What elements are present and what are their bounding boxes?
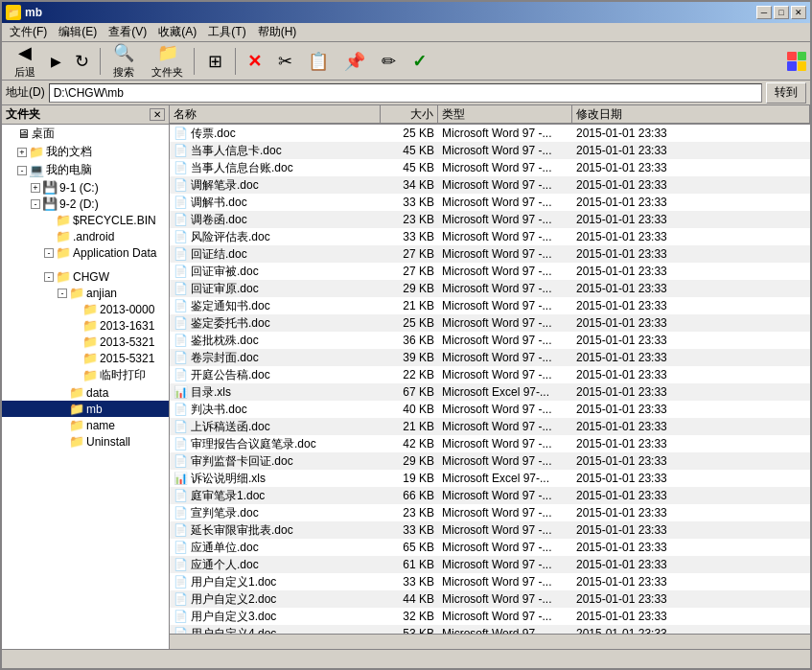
table-row[interactable]: 📄 用户自定义1.doc 33 KB Microsoft Word 97 -..… [170,573,810,590]
back-button[interactable]: ◀ 后退 [6,45,44,78]
file-name-label: 延长审限审批表.doc [191,522,293,539]
table-row[interactable]: 📄 调解书.doc 33 KB Microsoft Word 97 -... 2… [170,194,810,211]
tree-item-data[interactable]: 📁 data [2,384,169,401]
tree-item-2013-1631[interactable]: 📁 2013-1631 [2,317,169,334]
tree-item-mb[interactable]: 📁 mb [2,401,169,417]
bottom-scrollbar[interactable] [170,634,810,649]
tree-item-2013-5321[interactable]: 📁 2013-5321 [2,334,169,350]
menu-view[interactable]: 查看(V) [103,22,152,42]
views-button[interactable]: ⊞ [198,45,231,78]
d-icon: 💾 [42,196,58,211]
file-name-label: 审理报告合议庭笔录.doc [191,436,316,452]
tree-item-recycle[interactable]: 📁 $RECYCLE.BIN [2,212,169,228]
table-row[interactable]: 📄 回证审原.doc 29 KB Microsoft Word 97 -... … [170,280,810,297]
delete-button[interactable]: ✕ [240,45,268,78]
search-button[interactable]: 🔍 搜索 [104,45,143,78]
file-list-body[interactable]: 📄 传票.doc 25 KB Microsoft Word 97 -... 20… [170,125,810,634]
tree-item-lsdp[interactable]: 📁 临时打印 [2,366,169,384]
edit-button[interactable]: ✏ [374,45,403,78]
tree-item-mycomputer[interactable]: - 💻 我的电脑 [2,161,169,179]
table-row[interactable]: 📄 卷宗封面.doc 39 KB Microsoft Word 97 -... … [170,349,810,366]
tree-item-2015-5321[interactable]: 📁 2015-5321 [2,350,169,366]
col-header-size[interactable]: 大小 [381,105,438,123]
table-row[interactable]: 📄 鉴定通知书.doc 21 KB Microsoft Word 97 -...… [170,297,810,314]
menu-edit[interactable]: 编辑(E) [53,22,103,42]
tree-item-c[interactable]: + 💾 9-1 (C:) [2,179,169,196]
paste-button[interactable]: 📌 [337,45,372,78]
table-row[interactable]: 📊 目录.xls 67 KB Microsoft Excel 97-... 20… [170,383,810,401]
col-header-name[interactable]: 名称 [170,105,381,123]
minimize-button[interactable]: ─ [756,6,772,19]
tree-item-appdata[interactable]: - 📁 Application Data [2,244,169,261]
menu-favorites[interactable]: 收藏(A) [152,22,202,42]
file-type-icon: 📄 [174,420,188,433]
expand-mydocs[interactable]: + [17,148,27,157]
recycle-label: $RECYCLE.BIN [73,214,156,227]
table-row[interactable]: 📄 上诉稿送函.doc 21 KB Microsoft Word 97 -...… [170,418,810,435]
title-bar: 📁 mb ─ □ ✕ [2,2,810,23]
tree-item-name[interactable]: 📁 name [2,417,169,433]
tree-item-uninstall[interactable]: 📁 Uninstall [2,433,169,450]
table-row[interactable]: 📄 判决书.doc 40 KB Microsoft Word 97 -... 2… [170,401,810,418]
table-row[interactable]: 📄 审判监督卡回证.doc 29 KB Microsoft Word 97 -.… [170,452,810,470]
address-input[interactable] [49,83,762,103]
tree-item-android[interactable]: 📁 .android [2,228,169,244]
file-size-cell: 21 KB [381,420,438,433]
forward-button[interactable]: ▶ [46,45,65,78]
table-row[interactable]: 📄 用户自定义2.doc 44 KB Microsoft Word 97 -..… [170,590,810,608]
tree-item-mydocs[interactable]: + 📁 我的文档 [2,143,169,161]
table-row[interactable]: 📊 诉讼说明细.xls 19 KB Microsoft Excel 97-...… [170,470,810,487]
table-row[interactable]: 📄 审理报告合议庭笔录.doc 42 KB Microsoft Word 97 … [170,435,810,452]
status-bar [2,649,810,668]
go-button[interactable]: 转到 [766,82,806,104]
col-header-type[interactable]: 类型 [438,105,572,123]
table-row[interactable]: 📄 应通个人.doc 61 KB Microsoft Word 97 -... … [170,556,810,573]
tree-item-d[interactable]: - 💾 9-2 (D:) [2,196,169,212]
sidebar-close-button[interactable]: ✕ [150,108,165,121]
lsdp-icon: 📁 [82,368,98,382]
expand-chgw[interactable]: - [44,272,54,282]
folder-button[interactable]: 📁 文件夹 [145,45,190,78]
table-row[interactable]: 📄 鉴批枕殊.doc 36 KB Microsoft Word 97 -... … [170,332,810,349]
file-name-cell: 📄 回证结.doc [170,246,381,263]
table-row[interactable]: 📄 宣判笔录.doc 23 KB Microsoft Word 97 -... … [170,504,810,521]
table-row[interactable]: 📄 鉴定委托书.doc 25 KB Microsoft Word 97 -...… [170,314,810,332]
close-button[interactable]: ✕ [791,6,806,19]
tree-item-chgw[interactable]: - 📁 CHGW [2,268,169,285]
cut-button[interactable]: ✂ [270,45,299,78]
table-row[interactable]: 📄 调卷函.doc 23 KB Microsoft Word 97 -... 2… [170,211,810,228]
file-name-cell: 📄 庭审笔录1.doc [170,488,381,504]
expand-appdata[interactable]: - [44,248,54,258]
table-row[interactable]: 📄 应通单位.doc 65 KB Microsoft Word 97 -... … [170,539,810,556]
file-size-cell: 33 KB [381,523,438,537]
expand-c[interactable]: + [31,183,40,193]
table-row[interactable]: 📄 当事人信息卡.doc 45 KB Microsoft Word 97 -..… [170,142,810,159]
table-row[interactable]: 📄 回证审被.doc 27 KB Microsoft Word 97 -... … [170,263,810,280]
table-row[interactable]: 📄 传票.doc 25 KB Microsoft Word 97 -... 20… [170,125,810,142]
back-icon: ◀ [18,42,32,63]
col-header-date[interactable]: 修改日期 [572,105,810,123]
expand-d[interactable]: - [31,199,40,209]
tree-item-anjian[interactable]: - 📁 anjian [2,285,169,301]
table-row[interactable]: 📄 延长审限审批表.doc 33 KB Microsoft Word 97 -.… [170,521,810,539]
menu-file[interactable]: 文件(F) [4,22,53,42]
table-row[interactable]: 📄 开庭公告稿.doc 22 KB Microsoft Word 97 -...… [170,366,810,383]
maximize-button[interactable]: □ [774,6,789,19]
table-row[interactable]: 📄 庭审笔录1.doc 66 KB Microsoft Word 97 -...… [170,487,810,504]
expand-mycomputer[interactable]: - [17,166,27,175]
2013-5321-label: 2013-5321 [100,335,154,349]
table-row[interactable]: 📄 用户自定义4.doc 53 KB Microsoft Word 97 -..… [170,625,810,634]
table-row[interactable]: 📄 回证结.doc 27 KB Microsoft Word 97 -... 2… [170,245,810,263]
table-row[interactable]: 📄 风险评估表.doc 33 KB Microsoft Word 97 -...… [170,228,810,245]
check-button[interactable]: ✓ [405,45,433,78]
expand-anjian[interactable]: - [58,289,67,298]
tree-item-2013-0000[interactable]: 📁 2013-0000 [2,301,169,317]
table-row[interactable]: 📄 当事人信息台账.doc 45 KB Microsoft Word 97 -.… [170,159,810,176]
copy-button[interactable]: 📋 [301,45,336,78]
table-row[interactable]: 📄 调解笔录.doc 34 KB Microsoft Word 97 -... … [170,176,810,194]
table-row[interactable]: 📄 用户自定义3.doc 32 KB Microsoft Word 97 -..… [170,608,810,625]
menu-help[interactable]: 帮助(H) [252,22,303,42]
tree-item-desktop[interactable]: 🖥 桌面 [2,125,169,143]
menu-tools[interactable]: 工具(T) [202,22,251,42]
refresh-button[interactable]: ↻ [67,45,96,78]
